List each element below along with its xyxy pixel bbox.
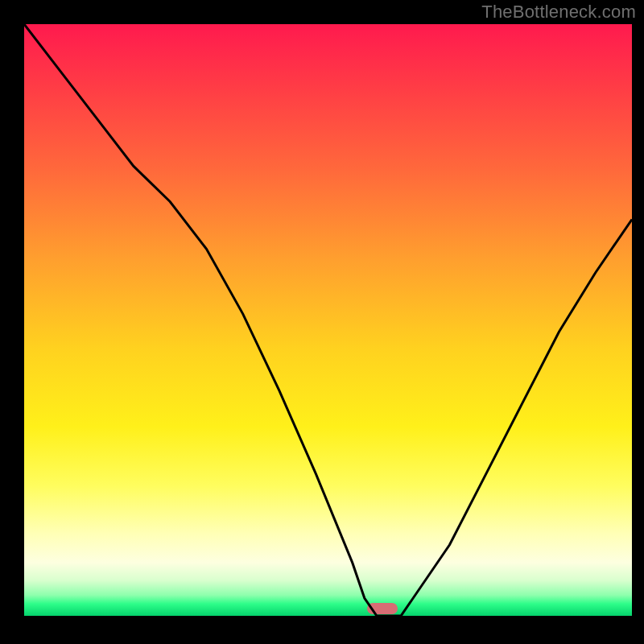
plot-area	[24, 24, 632, 616]
bottleneck-curve	[24, 24, 632, 616]
chart-frame: TheBottleneck.com	[0, 0, 644, 644]
curve-line	[24, 24, 632, 616]
watermark-text: TheBottleneck.com	[481, 2, 636, 23]
